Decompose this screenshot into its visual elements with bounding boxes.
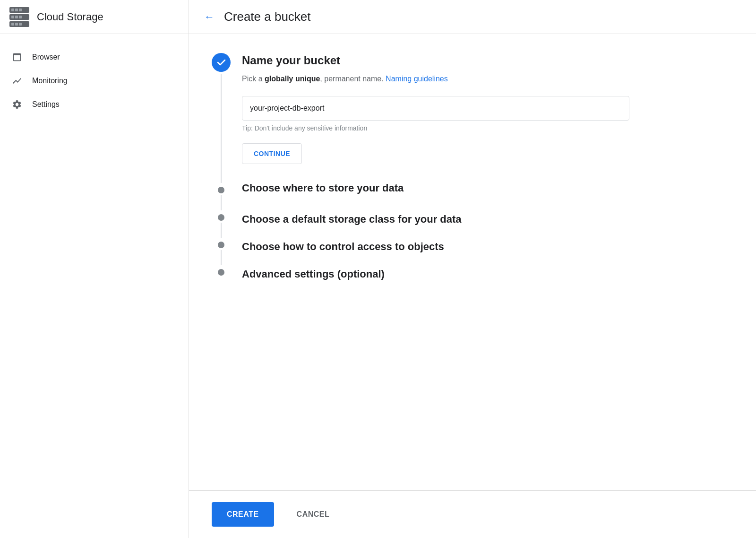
- cancel-button[interactable]: CANCEL: [282, 502, 345, 527]
- step-access-control: Choose how to control access to objects: [212, 238, 733, 265]
- create-button[interactable]: CREATE: [212, 502, 274, 527]
- step-5-dot: [218, 269, 224, 276]
- back-button[interactable]: ←: [204, 11, 215, 23]
- step-2-dot: [218, 187, 224, 193]
- continue-button[interactable]: CONTINUE: [242, 143, 302, 164]
- step-3-content: Choose a default storage class for your …: [242, 210, 733, 231]
- main-header: ← Create a bucket: [189, 0, 756, 34]
- step-3-title: Choose a default storage class for your …: [242, 210, 733, 227]
- sidebar-item-browser[interactable]: Browser: [0, 45, 183, 69]
- sidebar-header: Cloud Storage: [0, 0, 189, 34]
- step-advanced: Advanced settings (optional): [212, 265, 733, 286]
- main-content: Name your bucket Pick a globally unique,…: [189, 34, 756, 490]
- app-header: Cloud Storage ← Create a bucket: [0, 0, 756, 34]
- step-name-bucket: Name your bucket Pick a globally unique,…: [212, 53, 733, 179]
- step-5-content: Advanced settings (optional): [242, 265, 733, 286]
- step-1-line: [221, 74, 222, 179]
- step-4-content: Choose how to control access to objects: [242, 238, 733, 258]
- sidebar-item-monitoring-label: Monitoring: [32, 77, 68, 85]
- step-storage-class: Choose a default storage class for your …: [212, 210, 733, 238]
- action-bar: CREATE CANCEL: [189, 490, 756, 538]
- step-4-title: Choose how to control access to objects: [242, 238, 733, 254]
- input-tip: Tip: Don't include any sensitive informa…: [242, 124, 733, 132]
- step-1-content: Name your bucket Pick a globally unique,…: [242, 53, 733, 179]
- step-4-dot: [218, 242, 224, 248]
- step-1-bold: globally unique: [265, 75, 320, 83]
- step-2-left: [212, 179, 231, 210]
- step-3-left: [212, 210, 231, 238]
- content-area: Browser Monitoring Settings: [0, 34, 756, 538]
- step-4-connector: [221, 250, 222, 265]
- step-3-connector: [221, 223, 222, 238]
- sidebar-item-monitoring[interactable]: Monitoring: [0, 69, 183, 93]
- sidebar-item-settings[interactable]: Settings: [0, 93, 183, 116]
- bucket-name-input[interactable]: [242, 96, 629, 121]
- step-4-left: [212, 238, 231, 265]
- step-5-left: [212, 265, 231, 276]
- step-location: Choose where to store your data: [212, 179, 733, 210]
- app-title: Cloud Storage: [37, 11, 103, 23]
- browser-icon: [11, 52, 23, 62]
- step-1-check-circle: [212, 53, 231, 72]
- step-1-title: Name your bucket: [242, 53, 733, 68]
- collapsed-steps: Choose where to store your data Choose a…: [212, 179, 733, 286]
- step-5-title: Advanced settings (optional): [242, 265, 733, 282]
- sidebar: Browser Monitoring Settings: [0, 34, 189, 538]
- page-title: Create a bucket: [224, 9, 311, 24]
- step-1-indicator: [212, 53, 231, 179]
- step-2-content: Choose where to store your data: [242, 179, 733, 200]
- step-1-description: Pick a globally unique, permanent name. …: [242, 73, 733, 85]
- step-2-connector: [221, 195, 222, 210]
- step-3-dot: [218, 214, 224, 221]
- step-2-title: Choose where to store your data: [242, 179, 733, 196]
- naming-guidelines-link[interactable]: Naming guidelines: [386, 75, 448, 83]
- monitoring-icon: [11, 76, 23, 86]
- sidebar-item-settings-label: Settings: [32, 100, 60, 109]
- sidebar-item-browser-label: Browser: [32, 53, 60, 61]
- cloud-storage-icon: [9, 7, 29, 27]
- settings-icon: [11, 99, 23, 110]
